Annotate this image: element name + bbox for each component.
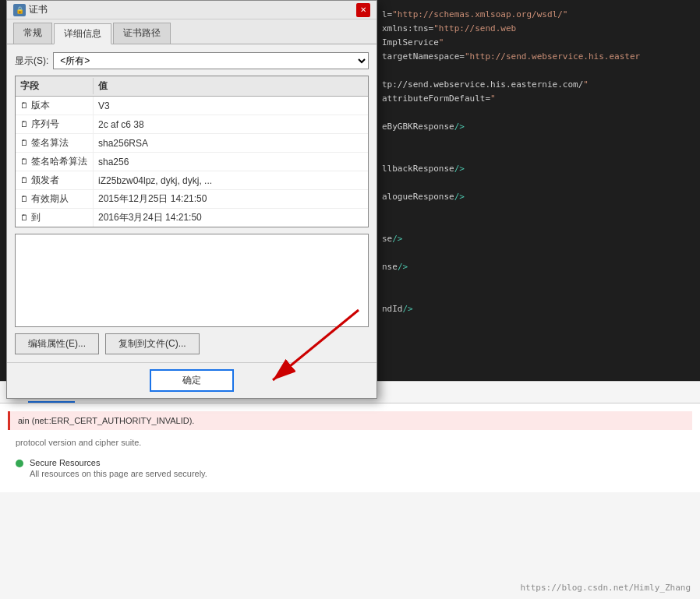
field-issuer: 🗒颁发者: [16, 171, 94, 189]
cert-table-body[interactable]: 🗒版本 V3 🗒序列号 2c af c6 38 🗒签名算法 sha256RSA …: [16, 97, 368, 227]
display-select[interactable]: <所有>: [53, 52, 369, 69]
field-valid-to: 🗒到: [16, 209, 94, 227]
dialog-titlebar: 🔒 证书 ✕: [7, 1, 377, 19]
action-buttons: 编辑属性(E)... 复制到文件(C)...: [15, 333, 369, 354]
value-hash-algo: sha256: [94, 154, 368, 170]
display-label: 显示(S):: [15, 55, 48, 68]
col-value-header: 值: [94, 78, 368, 94]
display-row: 显示(S): <所有>: [15, 52, 369, 69]
field-hash-algo: 🗒签名哈希算法: [16, 153, 94, 171]
dialog-title-text: 证书: [29, 3, 48, 16]
table-row[interactable]: 🗒到 2016年3月24日 14:21:50: [16, 209, 368, 227]
value-valid-from: 2015年12月25日 14:21:50: [94, 190, 368, 208]
table-row[interactable]: 🗒签名哈希算法 sha256: [16, 153, 368, 171]
tab-general[interactable]: 常规: [13, 23, 52, 44]
table-row[interactable]: 🗒签名算法 sha256RSA: [16, 134, 368, 153]
close-button[interactable]: ✕: [356, 3, 370, 17]
tab-cert-path[interactable]: 证书路径: [113, 23, 171, 44]
col-field-header: 字段: [16, 78, 94, 94]
ok-button[interactable]: 确定: [150, 369, 234, 392]
field-serial: 🗒序列号: [16, 115, 94, 133]
value-version: V3: [94, 98, 368, 114]
copy-to-file-button[interactable]: 复制到文件(C)...: [105, 333, 200, 354]
dialog-title-left: 🔒 证书: [13, 3, 48, 16]
table-row[interactable]: 🗒序列号 2c af c6 38: [16, 115, 368, 134]
dialog-overlay: 🔒 证书 ✕ 常规 详细信息 证书路径 显示(S): <所有> 字段: [0, 0, 700, 599]
value-serial: 2c af c6 38: [94, 117, 368, 132]
dialog-tab-bar: 常规 详细信息 证书路径: [7, 19, 377, 44]
cert-table: 字段 值 🗒版本 V3 🗒序列号 2c af c6 38 🗒签名算法 sha25…: [15, 76, 369, 227]
value-valid-to: 2016年3月24日 14:21:50: [94, 209, 368, 227]
value-issuer: iZ25bzw04lpz, dykj, dykj, ...: [94, 173, 368, 189]
cert-detail-box[interactable]: [15, 234, 369, 327]
field-version: 🗒版本: [16, 97, 94, 115]
edit-properties-button[interactable]: 编辑属性(E)...: [15, 333, 99, 354]
field-sig-algo: 🗒签名算法: [16, 134, 94, 152]
dialog-body: 显示(S): <所有> 字段 值 🗒版本 V3 🗒序列号: [7, 44, 377, 362]
certificate-dialog: 🔒 证书 ✕ 常规 详细信息 证书路径 显示(S): <所有> 字段: [6, 0, 377, 399]
tab-details[interactable]: 详细信息: [54, 23, 111, 44]
cert-table-header: 字段 值: [16, 76, 368, 97]
table-row[interactable]: 🗒有效期从 2015年12月25日 14:21:50: [16, 190, 368, 209]
value-sig-algo: sha256RSA: [94, 136, 368, 151]
table-row[interactable]: 🗒颁发者 iZ25bzw04lpz, dykj, dykj, ...: [16, 171, 368, 190]
table-row[interactable]: 🗒版本 V3: [16, 97, 368, 115]
certificate-icon: 🔒: [13, 4, 26, 16]
dialog-footer: 确定: [7, 362, 377, 398]
field-valid-from: 🗒有效期从: [16, 190, 94, 208]
